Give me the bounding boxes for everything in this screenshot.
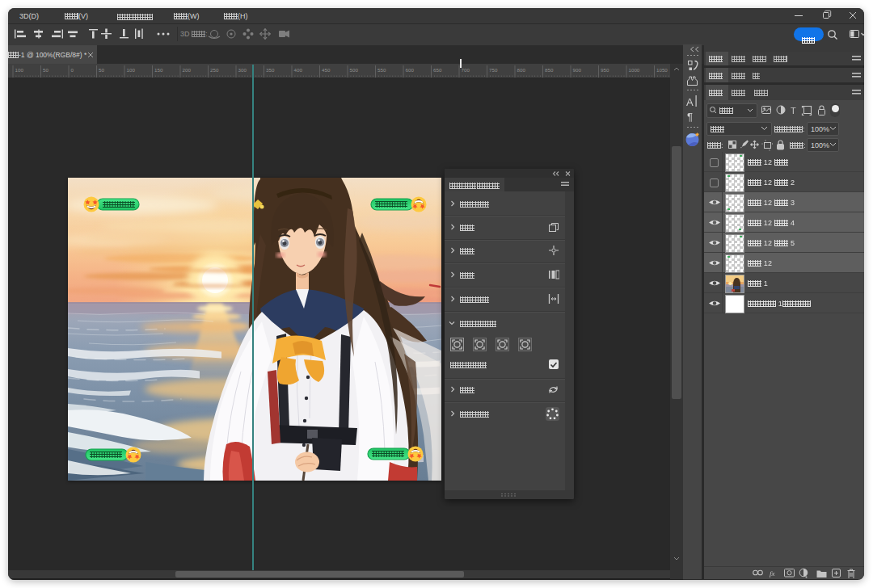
svg-text:T: T — [791, 106, 796, 116]
svg-text:fx: fx — [770, 569, 775, 578]
